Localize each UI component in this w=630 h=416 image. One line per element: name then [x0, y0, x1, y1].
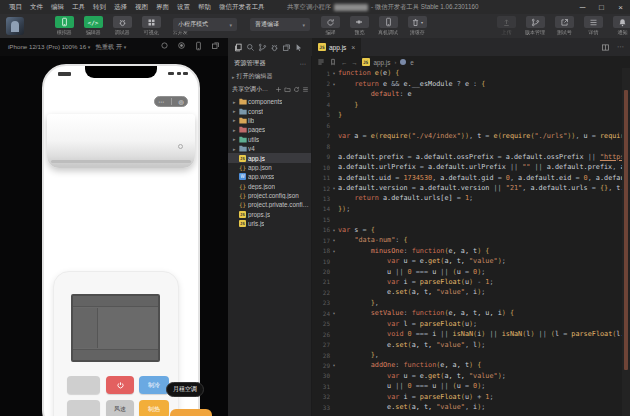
close-button[interactable]: × [611, 0, 630, 14]
menu-item[interactable]: 文件 [26, 3, 47, 12]
action-版本管理[interactable]: 版本管理 [523, 16, 547, 36]
rotate-icon[interactable] [160, 41, 169, 51]
menu-item[interactable]: 微信开发者工具 [215, 3, 269, 12]
toggle-编辑器[interactable]: </>编辑器 [81, 16, 105, 36]
forward-icon[interactable]: → [351, 59, 357, 66]
code-line: 15 [312, 214, 630, 224]
fold-icon[interactable]: ▾ [330, 70, 338, 76]
fold-icon[interactable]: ▾ [330, 227, 338, 233]
tree-item-project.config.json[interactable]: {}project.config.json [228, 191, 311, 200]
bug-icon[interactable] [270, 43, 279, 52]
tab-app-js[interactable]: JS app.js × [312, 38, 361, 56]
toggle-可视化[interactable]: 可视化 [139, 16, 163, 36]
action-上传[interactable]: 上传 [494, 16, 518, 36]
code-line: 12▾a.default.version = a.default.version… [312, 183, 630, 193]
toggle-调试器[interactable]: 调试器 [110, 16, 134, 36]
tree-item-urls.js[interactable]: JSurls.js [228, 219, 311, 228]
bookmark-icon[interactable] [329, 58, 337, 66]
fold-icon[interactable]: ▾ [330, 81, 338, 87]
tree-item-props.js[interactable]: JSprops.js [228, 210, 311, 219]
line-number: 19 [312, 258, 330, 265]
tree-item-components[interactable]: ▸components [228, 97, 311, 106]
remote-button-power-icon[interactable] [106, 376, 134, 394]
remote-button-制冷[interactable]: 制冷 [139, 376, 169, 394]
tree-item-project.private.config.js[interactable]: {}project.private.config.js… [228, 200, 311, 209]
pointer-icon[interactable] [294, 43, 303, 52]
action-清缓存[interactable]: ▾清缓存 [405, 16, 429, 36]
breadcrumb-symbol[interactable]: e [410, 59, 414, 66]
mode-select[interactable]: 小程序模式▾ [173, 18, 237, 31]
menu-item[interactable]: 设置 [173, 3, 194, 12]
search-icon[interactable] [246, 43, 255, 52]
tree-item-const[interactable]: ▸const [228, 106, 311, 115]
code-line: 10a.default.urlPrefix = a.default.urlPre… [312, 162, 630, 172]
menu-item[interactable]: 视图 [131, 3, 152, 12]
floating-tag[interactable]: 月租空调 [166, 382, 204, 397]
split-editor-icon[interactable] [601, 43, 610, 52]
menu-item[interactable]: 界面 [152, 3, 173, 12]
fold-icon[interactable]: ▾ [330, 237, 338, 243]
tree-item-app.js[interactable]: JSapp.js [228, 153, 311, 162]
bell-icon [613, 16, 630, 28]
branch-icon[interactable] [258, 43, 267, 52]
ac-power-led [178, 144, 183, 149]
refresh-icon[interactable] [293, 86, 300, 93]
phone-icon[interactable] [194, 41, 203, 51]
menu-item[interactable]: 工具 [68, 3, 89, 12]
new-folder-icon[interactable] [284, 86, 291, 93]
fold-icon[interactable]: ▾ [330, 310, 338, 316]
remote-button-blank-0[interactable] [67, 376, 100, 394]
capsule-close-icon[interactable]: ◎ [178, 99, 183, 105]
remote-button-blank-3[interactable] [67, 400, 100, 416]
close-tab-icon[interactable]: × [351, 44, 355, 51]
files-icon[interactable] [234, 43, 243, 52]
capsule-more-icon[interactable]: ⋯ [158, 99, 164, 105]
menu-item[interactable]: 转到 [89, 3, 110, 12]
toggle-模拟器[interactable]: 模拟器 [52, 16, 76, 36]
device-selector[interactable]: iPhone 12/13 (Pro) 100% 16 ▾ 热重载 开 ▾ [8, 43, 126, 52]
tree-item-lib[interactable]: ▸lib [228, 116, 311, 125]
minimize-button[interactable]: ─ [573, 0, 592, 14]
action-通知[interactable]: 通知 [610, 16, 630, 36]
action-详情[interactable]: 详情 [581, 16, 605, 36]
tree-item-v4[interactable]: ▸v4 [228, 144, 311, 153]
action-测试号[interactable]: 测试号 [552, 16, 576, 36]
tree-item-pages[interactable]: ▸pages [228, 125, 311, 134]
js-file-icon: JS [318, 43, 326, 51]
new-file-icon[interactable] [275, 86, 282, 93]
tree-item-app.wxss[interactable]: Wapp.wxss [228, 172, 311, 181]
compile-mode-select[interactable]: 普通编译▾ [250, 18, 310, 31]
device-bar-icons [160, 41, 220, 51]
line-number: 5 [312, 111, 330, 118]
remote-button-风速[interactable]: 风速 [106, 400, 134, 416]
back-icon[interactable]: ← [341, 59, 347, 66]
menu-item[interactable]: 项目 [5, 3, 26, 12]
remote-button-制热[interactable]: 制热 [139, 400, 169, 416]
open-editors-section[interactable]: ▸ 打开的编辑器 [228, 70, 311, 83]
tree-item-utils[interactable]: ▸utils [228, 135, 311, 144]
maximize-button[interactable]: □ [592, 0, 611, 14]
floating-tag-secondary[interactable] [170, 409, 212, 416]
user-avatar[interactable] [6, 17, 24, 35]
fold-icon[interactable]: ▾ [330, 185, 338, 191]
multiwindow-icon[interactable] [211, 41, 220, 51]
project-root[interactable]: 共享空调小… [228, 83, 311, 96]
action-真机调试[interactable]: 真机调试 [376, 16, 400, 36]
explorer-more-icon[interactable]: ⋯ [300, 60, 306, 67]
outline-icon[interactable] [317, 58, 325, 66]
multiwindow-icon[interactable] [282, 43, 291, 52]
tree-item-deps.json[interactable]: {}deps.json [228, 182, 311, 191]
menu-item[interactable]: 帮助 [194, 3, 215, 12]
json-file-icon: {} [239, 192, 248, 199]
action-预览[interactable]: 预览 [347, 16, 371, 36]
tree-item-app.json[interactable]: {}app.json [228, 163, 311, 172]
menu-item[interactable]: 编辑 [47, 3, 68, 12]
more-actions-icon[interactable]: ⋯ [617, 43, 624, 51]
collapse-all-icon[interactable] [302, 86, 309, 93]
fold-icon[interactable]: ▾ [330, 362, 338, 368]
breadcrumb-file[interactable]: app.js [374, 59, 391, 66]
menu-item[interactable]: 选择 [110, 3, 131, 12]
fold-icon[interactable]: ▾ [330, 248, 338, 254]
action-编译[interactable]: 编译 [318, 16, 342, 36]
record-icon[interactable] [177, 41, 186, 51]
